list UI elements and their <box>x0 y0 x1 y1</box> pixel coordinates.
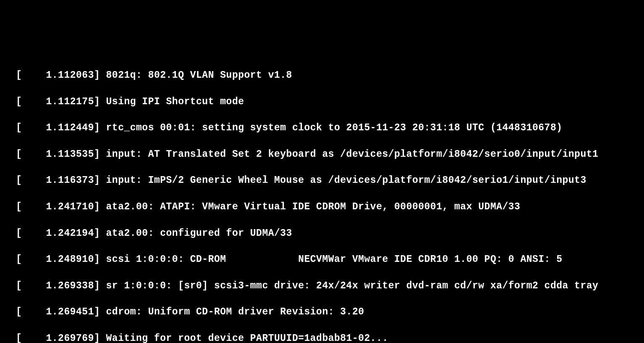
boot-log-line: [ 1.269451] cdrom: Uniform CD-ROM driver… <box>16 306 644 319</box>
boot-log-line: [ 1.116373] input: ImPS/2 Generic Wheel … <box>16 174 644 187</box>
boot-log-line: [ 1.248910] scsi 1:0:0:0: CD-ROM NECVMWa… <box>16 253 644 266</box>
boot-log-line: [ 1.269769] Waiting for root device PART… <box>16 332 644 343</box>
boot-log-line: [ 1.112063] 8021q: 802.1Q VLAN Support v… <box>16 69 644 82</box>
boot-log-line: [ 1.242194] ata2.00: configured for UDMA… <box>16 227 644 240</box>
boot-log-line: [ 1.112449] rtc_cmos 00:01: setting syst… <box>16 121 644 135</box>
boot-log-line: [ 1.241710] ata2.00: ATAPI: VMware Virtu… <box>16 201 644 214</box>
boot-log-line: [ 1.269338] sr 1:0:0:0: [sr0] scsi3-mmc … <box>16 280 644 293</box>
kernel-boot-console: [ 1.112063] 8021q: 802.1Q VLAN Support v… <box>16 56 644 343</box>
boot-log-line: [ 1.112175] Using IPI Shortcut mode <box>16 95 644 108</box>
boot-log-line: [ 1.113535] input: AT Translated Set 2 k… <box>16 148 644 161</box>
